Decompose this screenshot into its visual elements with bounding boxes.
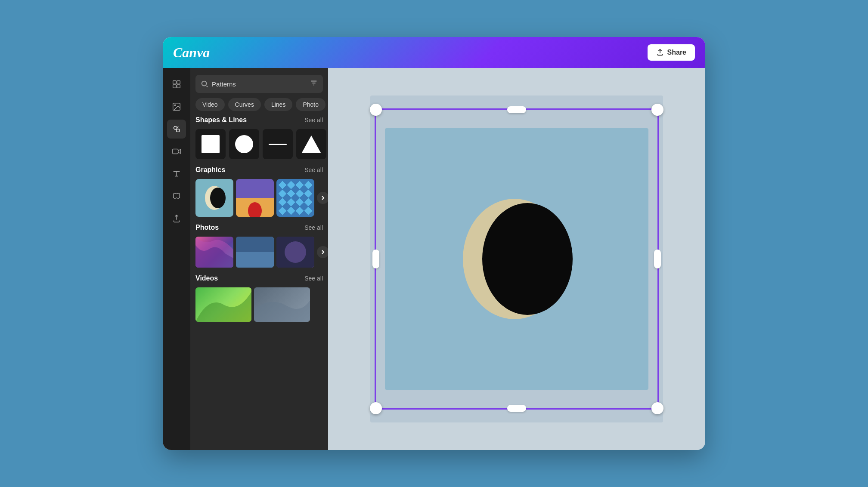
tag-curves[interactable]: Curves [228,98,261,111]
videos-title: Videos [195,274,218,282]
svg-point-9 [202,81,207,86]
sidebar-item-uploads[interactable] [167,209,186,228]
shapes-section: Shapes & Lines See all [190,116,328,166]
filter-icon[interactable] [310,79,318,89]
graphics-section: Graphics See all [190,166,328,224]
tags-row: Video Curves Lines Photo [190,98,328,116]
sidebar-item-video[interactable] [167,142,186,161]
handle-bottom-right[interactable] [651,402,663,414]
handle-bottom-left[interactable] [370,402,382,414]
photos-grid [195,237,323,268]
search-input[interactable] [212,80,307,88]
svg-rect-7 [177,129,179,132]
grid-icon [172,80,181,89]
photos-header: Photos See all [195,224,323,231]
shape-rectangle[interactable] [195,129,226,159]
tag-photo[interactable]: Photo [296,98,326,111]
shapes-title: Shapes & Lines [195,116,247,124]
share-label: Share [667,49,686,56]
share-button[interactable]: Share [648,44,695,61]
svg-rect-16 [236,252,274,268]
circle-shape [235,135,253,153]
photos-section: Photos See all [190,224,328,274]
photo-item-1[interactable] [195,237,233,268]
upload-icon [172,214,181,223]
search-icon [201,80,208,88]
sidebar-item-photos[interactable] [167,97,186,116]
titlebar: Canva Share [163,37,705,68]
sidebar-item-templates[interactable] [167,75,186,94]
app-window: Canva Share [163,37,705,450]
video-item-1[interactable] [195,287,251,322]
handle-right-center[interactable] [654,250,661,268]
svg-rect-14 [278,181,313,215]
search-panel: Video Curves Lines Photo Shapes & Lines … [190,68,328,450]
graphics-grid [195,179,323,217]
svg-rect-8 [173,149,178,154]
video-icon [172,147,181,156]
svg-point-11 [210,188,226,208]
svg-rect-0 [173,81,176,84]
graphic-diamond[interactable] [276,179,314,217]
text-icon [172,169,181,179]
shape-line[interactable] [263,129,293,159]
shapes-see-all[interactable]: See all [304,117,323,123]
elements-icon [172,124,181,134]
handle-top-right[interactable] [651,104,663,116]
line-shape [269,144,287,145]
triangle-shape [302,136,321,153]
svg-point-18 [285,241,306,263]
handle-left-center[interactable] [372,250,379,268]
sidebar-item-background[interactable] [167,187,186,206]
share-icon [656,49,664,56]
sidebar-item-elements[interactable] [167,120,186,139]
handle-bottom-center[interactable] [507,405,526,412]
tag-video[interactable]: Video [195,98,225,111]
moon-illustration [448,182,586,336]
sidebar-item-text[interactable] [167,164,186,183]
photo-item-2[interactable] [236,237,274,268]
svg-rect-2 [173,85,176,88]
handle-top-center[interactable] [507,106,526,113]
videos-see-all[interactable]: See all [304,275,323,282]
search-bar-row [190,68,328,98]
image-icon [172,102,181,111]
graphic-dunes[interactable] [236,179,274,217]
videos-section: Videos See all [190,274,328,329]
photos-title: Photos [195,224,219,231]
graphics-chevron[interactable] [317,192,328,204]
moon-svg [202,181,227,215]
search-bar [195,75,323,93]
photo-item-3[interactable] [276,237,314,268]
shape-circle[interactable] [229,129,259,159]
photos-chevron[interactable] [317,246,328,258]
videos-header: Videos See all [195,274,323,282]
svg-point-12 [248,202,262,217]
chevron-right-icon [320,195,326,201]
photos-see-all[interactable]: See all [304,224,323,231]
canvas-frame [370,96,663,422]
video-item-2[interactable] [254,287,310,322]
canva-logo: Canva [173,45,210,61]
background-icon [172,191,181,201]
graphic-moon[interactable] [195,179,233,217]
app-body: Video Curves Lines Photo Shapes & Lines … [163,68,705,450]
inner-canvas [385,128,648,390]
svg-point-20 [482,203,573,315]
tag-lines[interactable]: Lines [264,98,292,111]
svg-rect-3 [177,85,180,88]
rectangle-shape [202,135,220,153]
canvas-area[interactable] [328,68,705,450]
chevron-right-icon [320,249,326,255]
svg-point-5 [174,105,176,106]
graphics-header: Graphics See all [195,166,323,174]
videos-grid [195,287,323,322]
graphics-title: Graphics [195,166,225,174]
shapes-header: Shapes & Lines See all [195,116,323,124]
svg-rect-1 [177,81,180,84]
handle-top-left[interactable] [370,104,382,116]
graphics-see-all[interactable]: See all [304,166,323,173]
sidebar-icons [163,68,190,450]
shape-triangle[interactable] [296,129,326,159]
shapes-row [195,129,323,159]
